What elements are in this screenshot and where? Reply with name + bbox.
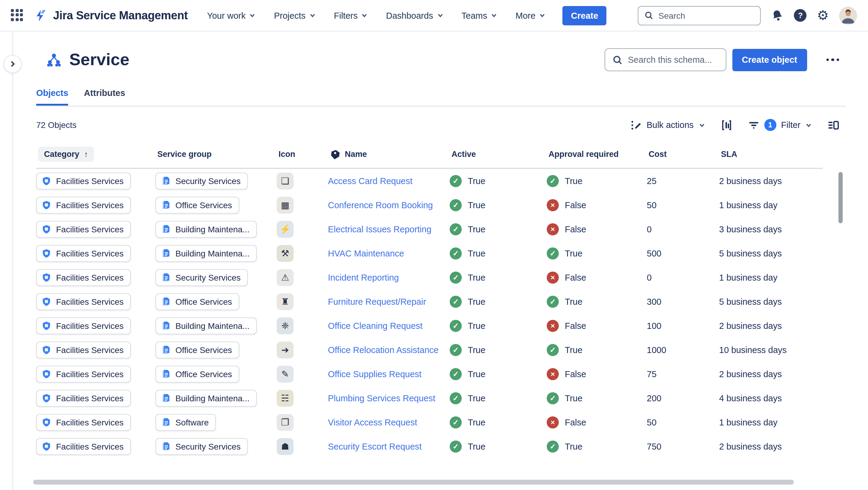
nav-menu-filters[interactable]: Filters: [334, 10, 368, 20]
active-status-label: True: [468, 249, 486, 258]
column-header-approval-required[interactable]: Approval required: [549, 150, 649, 159]
vertical-scrollbar[interactable]: [838, 172, 843, 223]
object-name-link[interactable]: HVAC Maintenance: [328, 248, 412, 259]
horizontal-scrollbar[interactable]: [33, 480, 794, 485]
column-header-category[interactable]: Category↑: [38, 147, 94, 162]
service-group-chip[interactable]: Security Services: [156, 438, 248, 455]
documents-icon: [161, 394, 170, 403]
active-status-label: True: [468, 442, 486, 451]
settings-button[interactable]: ⚙: [817, 9, 829, 22]
category-chip[interactable]: Facilities Services: [36, 366, 131, 382]
column-header-service-group[interactable]: Service group: [157, 150, 278, 159]
approval-status-label: False: [565, 369, 586, 379]
category-chip[interactable]: Facilities Services: [36, 173, 131, 190]
category-chip[interactable]: Facilities Services: [36, 438, 131, 455]
app-switcher-icon[interactable]: [11, 9, 24, 22]
nav-menu-teams[interactable]: Teams: [461, 10, 497, 20]
service-group-chip[interactable]: Software: [156, 414, 216, 431]
object-name-link[interactable]: Office Relocation Assistance: [328, 344, 447, 356]
tab-objects[interactable]: Objects: [36, 88, 68, 106]
jira-home-link[interactable]: Jira Service Management: [34, 8, 188, 23]
approval-status-label: True: [565, 249, 583, 258]
approval-status-label: False: [565, 417, 586, 427]
column-header-sla[interactable]: SLA: [721, 150, 822, 159]
column-header-name[interactable]: Name: [330, 149, 452, 160]
service-group-chip[interactable]: Building Maintena...: [156, 221, 257, 238]
bulk-actions-button[interactable]: Bulk actions: [630, 119, 705, 131]
table-row: Facilities Services Office Services ✎ Of…: [36, 362, 839, 386]
column-header-icon[interactable]: Icon: [278, 150, 330, 159]
notifications-button[interactable]: [771, 9, 784, 22]
global-search-input[interactable]: [658, 10, 754, 20]
chevron-down-icon: [699, 122, 705, 128]
object-name-link[interactable]: Access Card Request: [328, 175, 421, 187]
table-row: Facilities Services Security Services ❏ …: [36, 169, 839, 193]
schema-search[interactable]: [604, 48, 726, 71]
object-icon-glyph: ➔: [281, 345, 289, 355]
bulk-edit-icon: [630, 119, 642, 131]
category-chip[interactable]: Facilities Services: [36, 197, 131, 213]
category-chip[interactable]: Facilities Services: [36, 293, 131, 310]
chevron-down-icon: [249, 12, 256, 19]
create-button[interactable]: Create: [563, 6, 607, 25]
service-group-chip[interactable]: Building Maintena...: [156, 317, 257, 334]
service-group-chip-label: Office Services: [176, 345, 232, 355]
check-circle-icon: ✓: [450, 416, 462, 428]
object-icon-glyph: ♜: [281, 296, 289, 307]
create-object-button[interactable]: Create object: [732, 49, 807, 71]
service-group-chip[interactable]: Building Maintena...: [156, 245, 257, 262]
nav-menu-label: Dashboards: [386, 10, 433, 20]
help-icon: ?: [794, 9, 807, 22]
nav-menu-projects[interactable]: Projects: [274, 10, 316, 20]
object-name-link[interactable]: Security Escort Request: [328, 440, 430, 453]
service-group-chip[interactable]: Security Services: [156, 173, 248, 190]
category-chip[interactable]: Facilities Services: [36, 317, 131, 334]
column-header-active[interactable]: Active: [452, 150, 549, 159]
profile-button[interactable]: [839, 6, 857, 24]
service-group-chip-label: Building Maintena...: [176, 321, 250, 331]
nav-menu-more[interactable]: More: [516, 10, 546, 20]
object-name-link[interactable]: Plumbing Services Request: [328, 392, 444, 404]
object-name-link[interactable]: Conference Room Booking: [328, 199, 441, 211]
active-status: ✓True: [450, 416, 547, 428]
category-chip[interactable]: Facilities Services: [36, 390, 131, 407]
detail-view-button[interactable]: [828, 119, 839, 131]
active-status: ✓True: [450, 175, 547, 187]
expand-sidebar-button[interactable]: [4, 55, 22, 73]
column-settings-button[interactable]: [721, 119, 733, 131]
schema-search-input[interactable]: [628, 55, 718, 64]
service-group-chip[interactable]: Office Services: [156, 293, 239, 310]
column-header-cost[interactable]: Cost: [649, 150, 721, 159]
filter-button[interactable]: 1 Filter: [748, 119, 812, 131]
service-group-chip-label: Building Maintena...: [176, 225, 250, 234]
object-name-link[interactable]: Visitor Access Request: [328, 416, 426, 428]
object-name-link[interactable]: Electrical Issues Reporting: [328, 223, 440, 235]
service-group-chip[interactable]: Office Services: [156, 366, 239, 382]
help-button[interactable]: ?: [794, 9, 807, 22]
service-group-chip[interactable]: Office Services: [156, 342, 239, 358]
global-search[interactable]: [638, 6, 761, 25]
object-icon-glyph: ☗: [281, 441, 289, 452]
category-chip[interactable]: Facilities Services: [36, 221, 131, 238]
active-status-label: True: [468, 200, 486, 210]
cost-value: 200: [647, 394, 719, 403]
category-chip[interactable]: Facilities Services: [36, 245, 131, 262]
object-name-link[interactable]: Office Cleaning Request: [328, 320, 431, 332]
sidebar-divider: [12, 32, 13, 490]
category-chip[interactable]: Facilities Services: [36, 342, 131, 358]
more-options-button[interactable]: [826, 59, 839, 61]
object-name-link[interactable]: Office Supplies Request: [328, 368, 430, 380]
approval-status: ✓True: [547, 175, 647, 187]
category-chip[interactable]: Facilities Services: [36, 269, 131, 286]
nav-menu-your-work[interactable]: Your work: [207, 10, 256, 20]
service-group-chip[interactable]: Building Maintena...: [156, 390, 257, 407]
active-status: ✓True: [450, 392, 547, 404]
object-name-link[interactable]: Incident Reporting: [328, 271, 407, 284]
object-name-link[interactable]: Furniture Request/Repair: [328, 296, 435, 308]
check-circle-icon: ✓: [547, 440, 559, 453]
tab-attributes[interactable]: Attributes: [84, 88, 125, 106]
service-group-chip[interactable]: Office Services: [156, 197, 239, 213]
category-chip[interactable]: Facilities Services: [36, 414, 131, 431]
nav-menu-dashboards[interactable]: Dashboards: [386, 10, 443, 20]
service-group-chip[interactable]: Security Services: [156, 269, 248, 286]
